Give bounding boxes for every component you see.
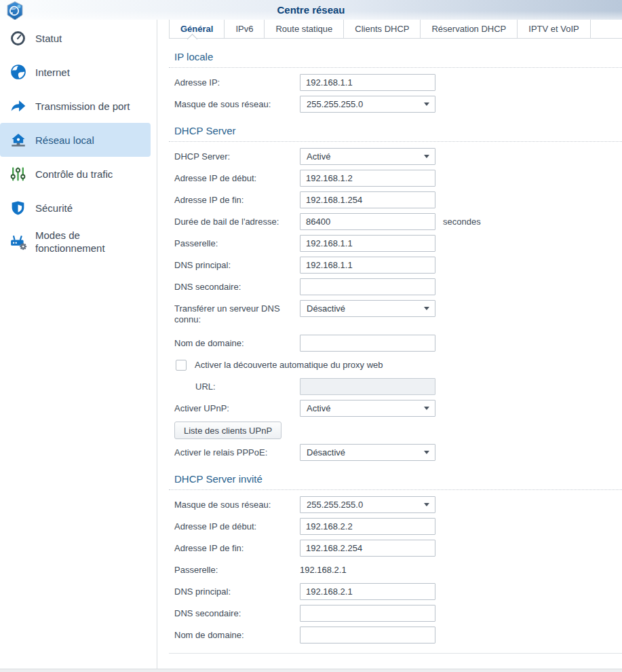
sidebar-item-internet[interactable]: Internet	[0, 55, 151, 89]
forward-arrow-icon	[9, 97, 27, 115]
form-row: Nom de domaine:	[174, 335, 622, 352]
pppoe-relay-select[interactable]: Désactivé	[300, 444, 435, 461]
guest-start-ip-input[interactable]	[300, 518, 435, 535]
form-row: URL:	[174, 378, 622, 395]
field-label: Adresse IP de fin:	[174, 191, 300, 206]
form-row: Passerelle: 192.168.2.1	[174, 561, 622, 578]
proxy-url-input	[300, 378, 435, 395]
sidebar-item-reseau-local[interactable]: Réseau local	[0, 123, 151, 157]
form-row: DNS secondaire:	[174, 605, 622, 622]
sidebar-item-label: Réseau local	[35, 134, 94, 147]
proxy-discovery-checkbox[interactable]	[176, 360, 187, 371]
form-row: Activer UPnP: Activé	[174, 400, 622, 417]
form-row: Adresse IP de début:	[174, 170, 622, 187]
sidebar-item-label: Sécurité	[35, 202, 73, 214]
secondary-dns-input[interactable]	[300, 278, 435, 295]
guest-end-ip-input[interactable]	[300, 540, 435, 557]
form-row: Transférer un serveur DNS connu: Désacti…	[174, 300, 622, 325]
lease-time-input[interactable]	[300, 213, 435, 230]
form-row: DNS principal:	[174, 583, 622, 600]
field-label: DNS principal:	[174, 257, 300, 271]
sidebar-item-modes-de-fonctionnement[interactable]: Modes de fonctionnement	[0, 225, 151, 259]
shield-icon	[9, 199, 27, 217]
form-row: Adresse IP de début:	[174, 518, 622, 535]
router-gear-icon	[9, 233, 27, 251]
lease-time-unit: secondes	[443, 213, 481, 227]
sidebar-item-statut[interactable]: Statut	[0, 21, 151, 55]
dhcp-server-select[interactable]: Activé	[300, 148, 435, 165]
form-row: Adresse IP de fin:	[174, 191, 622, 208]
upnp-select[interactable]: Activé	[300, 400, 435, 417]
section-title-ip-locale: IP locale	[169, 51, 622, 68]
guest-domain-name-input[interactable]	[300, 627, 435, 643]
form-row: Masque de sous réseau: 255.255.255.0	[174, 96, 622, 113]
dropdown-arrow-icon	[424, 503, 429, 506]
field-label: Adresse IP:	[174, 74, 300, 88]
domain-name-input[interactable]	[300, 335, 435, 352]
tab-iptv-et-voip[interactable]: IPTV et VoIP	[518, 20, 590, 38]
field-label: DNS secondaire:	[174, 278, 300, 293]
sidebar-item-label: Internet	[35, 66, 70, 79]
form-row: Adresse IP de fin:	[174, 540, 622, 557]
dhcp-start-ip-input[interactable]	[300, 170, 435, 187]
dropdown-arrow-icon	[424, 155, 429, 158]
local-ip-input[interactable]	[300, 74, 435, 91]
form-area: IP locale Adresse IP: Masque de sous rés…	[169, 51, 622, 654]
footer-band	[0, 669, 622, 672]
sidebar-item-securite[interactable]: Sécurité	[0, 191, 151, 225]
form-row: DHCP Server: Activé	[174, 148, 622, 165]
form-row: Durée de bail de l'adresse: secondes	[174, 213, 622, 230]
checkbox-label: Activer la découverte automatique du pro…	[195, 360, 383, 370]
dropdown-arrow-icon	[424, 451, 429, 454]
globe-icon	[9, 63, 27, 81]
sidebar-item-label: Contrôle du trafic	[35, 168, 113, 181]
field-label: Transférer un serveur DNS connu:	[174, 300, 300, 325]
dhcp-end-ip-input[interactable]	[300, 191, 435, 208]
dropdown-arrow-icon	[424, 102, 429, 106]
tab-general[interactable]: Général	[169, 20, 225, 38]
field-label: Passerelle:	[174, 235, 300, 249]
dropdown-arrow-icon	[424, 307, 429, 310]
network-center-icon	[5, 1, 24, 21]
field-label: DNS secondaire:	[174, 605, 300, 619]
field-label: Durée de bail de l'adresse:	[174, 213, 300, 227]
tab-route-statique[interactable]: Route statique	[265, 20, 344, 38]
gateway-input[interactable]	[300, 235, 435, 252]
tab-clients-dhcp[interactable]: Clients DHCP	[344, 20, 421, 38]
field-label: Activer UPnP:	[174, 400, 300, 414]
tab-reservation-dhcp[interactable]: Réservation DHCP	[421, 20, 518, 38]
field-label: Activer le relais PPPoE:	[174, 444, 300, 458]
form-row: Liste des clients UPnP	[174, 422, 622, 439]
form-row: Masque de sous réseau: 255.255.255.0	[174, 496, 622, 513]
sidebar-item-controle-du-trafic[interactable]: Contrôle du trafic	[0, 157, 151, 191]
sidebar-item-label: Modes de fonctionnement	[35, 229, 151, 255]
sidebar-item-label: Statut	[35, 32, 62, 45]
sidebar: Statut Internet Transmission de port	[0, 20, 157, 672]
field-label: Adresse IP de début:	[174, 170, 300, 184]
form-row: Nom de domaine:	[174, 627, 622, 643]
home-network-icon	[9, 131, 27, 149]
dns-forward-select[interactable]: Désactivé	[300, 300, 435, 317]
upnp-clients-button[interactable]: Liste des clients UPnP	[174, 422, 281, 439]
primary-dns-input[interactable]	[300, 257, 435, 274]
field-label: URL:	[174, 378, 300, 392]
form-row: DNS principal:	[174, 257, 622, 274]
field-label: Adresse IP de fin:	[174, 540, 300, 554]
main-content: Général IPv6 Route statique Clients DHCP…	[158, 20, 622, 672]
bottom-divider	[169, 653, 622, 654]
gauge-icon	[9, 29, 27, 48]
local-subnet-mask-select[interactable]: 255.255.255.0	[300, 96, 435, 113]
tab-bar: Général IPv6 Route statique Clients DHCP…	[169, 20, 622, 39]
field-label: Passerelle:	[174, 561, 300, 576]
guest-primary-dns-input[interactable]	[300, 583, 435, 600]
form-row: Passerelle:	[174, 235, 622, 252]
tab-ipv6[interactable]: IPv6	[225, 20, 265, 38]
section-title-dhcp-server: DHCP Server	[169, 125, 622, 142]
section-title-dhcp-server-invite: DHCP Server invité	[169, 473, 622, 490]
field-label: Adresse IP de début:	[174, 518, 300, 532]
guest-subnet-mask-select[interactable]: 255.255.255.0	[300, 496, 435, 513]
sidebar-item-transmission-de-port[interactable]: Transmission de port	[0, 89, 151, 123]
guest-secondary-dns-input[interactable]	[300, 605, 435, 622]
field-label: Nom de domaine:	[174, 335, 300, 349]
field-label: Masque de sous réseau:	[174, 496, 300, 510]
